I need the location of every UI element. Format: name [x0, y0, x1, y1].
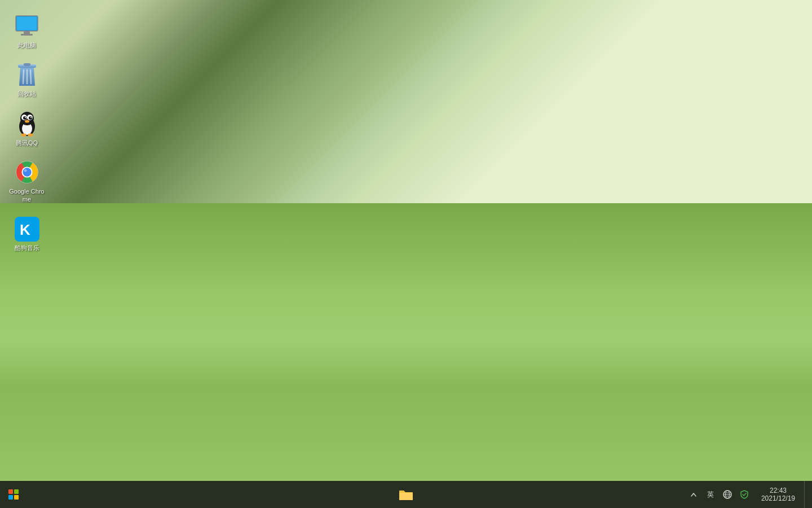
recycle-bin-label: 回收站 [17, 90, 36, 98]
recycle-bin-icon [14, 62, 39, 87]
desktop-icon-this-pc[interactable]: 此电脑 [6, 11, 48, 51]
taskbar: 英 [0, 481, 812, 508]
svg-rect-3 [21, 34, 33, 36]
svg-point-14 [23, 116, 27, 120]
svg-line-8 [30, 70, 31, 84]
background-grass [0, 203, 812, 508]
desktop: 此电脑 [0, 0, 812, 508]
shield-icon [740, 490, 748, 499]
svg-point-20 [28, 134, 33, 137]
language-text: 英 [707, 491, 714, 498]
this-pc-label: 此电脑 [17, 41, 36, 49]
svg-rect-1 [17, 17, 37, 30]
show-desktop-button[interactable] [804, 481, 807, 508]
svg-rect-2 [24, 31, 30, 34]
show-hidden-icons-button[interactable] [686, 481, 701, 508]
globe-icon [723, 490, 732, 499]
language-indicator[interactable]: 英 [703, 481, 718, 508]
desktop-icon-qq[interactable]: 腾讯QQ [6, 109, 48, 149]
svg-point-17 [30, 117, 32, 118]
tray-icons: 英 [686, 481, 752, 508]
taskbar-center [392, 481, 420, 508]
svg-point-15 [29, 116, 32, 120]
taskbar-file-explorer[interactable] [392, 481, 420, 508]
folder-icon [399, 488, 413, 501]
svg-rect-5 [24, 63, 30, 66]
svg-point-24 [24, 169, 27, 172]
chevron-up-icon [691, 492, 696, 497]
windows-logo-icon [8, 489, 19, 500]
svg-text:K: K [20, 221, 30, 238]
clock-date: 2021/12/19 [761, 494, 795, 502]
svg-point-18 [25, 120, 29, 123]
monitor-icon [14, 14, 39, 39]
security-icon-button[interactable] [736, 481, 752, 508]
taskbar-right: 英 [686, 481, 812, 508]
svg-line-6 [23, 70, 24, 84]
desktop-icon-google-chrome[interactable]: Google Chrome [6, 157, 48, 206]
chrome-label: Google Chrome [8, 187, 46, 204]
kuwo-label: 酷狗音乐 [15, 244, 39, 252]
svg-point-16 [25, 117, 26, 118]
qq-icon [14, 111, 39, 137]
desktop-icon-kuwo-music[interactable]: K 酷狗音乐 [6, 214, 48, 254]
system-clock[interactable]: 22:43 2021/12/19 [757, 481, 800, 508]
qq-label: 腾讯QQ [16, 139, 38, 147]
svg-point-19 [21, 134, 27, 137]
clock-time: 22:43 [770, 487, 787, 494]
start-button[interactable] [0, 481, 27, 508]
svg-point-23 [23, 168, 31, 177]
desktop-icons: 此电脑 [6, 11, 48, 255]
network-icon-button[interactable] [720, 481, 735, 508]
taskbar-left [0, 481, 27, 508]
chrome-icon [14, 160, 39, 185]
kuwo-icon: K [14, 216, 39, 242]
desktop-icon-recycle-bin[interactable]: 回收站 [6, 60, 48, 100]
